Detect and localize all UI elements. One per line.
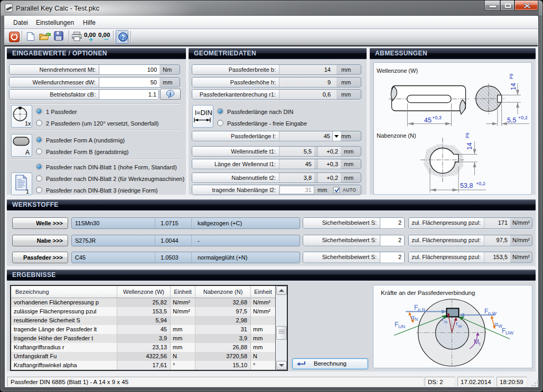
svg-text:n N: n N <box>418 307 425 312</box>
svg-text:W: W <box>498 323 502 329</box>
svg-text:P9: P9 <box>509 73 514 79</box>
svg-text:α: α <box>494 321 498 327</box>
svg-text:UN: UN <box>398 324 405 329</box>
svg-text:N: N <box>415 317 418 322</box>
svg-text:α: α <box>411 314 415 320</box>
svg-text:14: 14 <box>510 83 517 90</box>
svg-text:l=DIN: l=DIN <box>195 109 212 117</box>
svg-text:5,5: 5,5 <box>507 117 516 124</box>
svg-text:n W: n W <box>488 311 497 316</box>
svg-text:53,8: 53,8 <box>460 182 473 189</box>
svg-text:M: M <box>474 338 479 346</box>
svg-text:W: W <box>458 324 462 329</box>
svg-text:+0,2: +0,2 <box>518 115 528 120</box>
svg-text:P9: P9 <box>465 132 470 138</box>
svg-text:N: N <box>444 320 447 324</box>
svg-text:UW: UW <box>505 330 513 336</box>
svg-text:A: A <box>25 149 30 156</box>
svg-text:+0,2: +0,2 <box>476 181 485 186</box>
svg-text:+0,3: +0,3 <box>432 115 442 120</box>
svg-text:Kräfte an der Passfederverbind: Kräfte an der Passfederverbindung <box>381 290 475 296</box>
svg-text:i: i <box>170 91 171 97</box>
svg-text:?: ? <box>121 34 125 41</box>
svg-text:14: 14 <box>466 142 473 150</box>
svg-text:1: 1 <box>26 188 29 195</box>
svg-text:1x: 1x <box>25 120 31 127</box>
svg-text:45: 45 <box>424 117 432 124</box>
